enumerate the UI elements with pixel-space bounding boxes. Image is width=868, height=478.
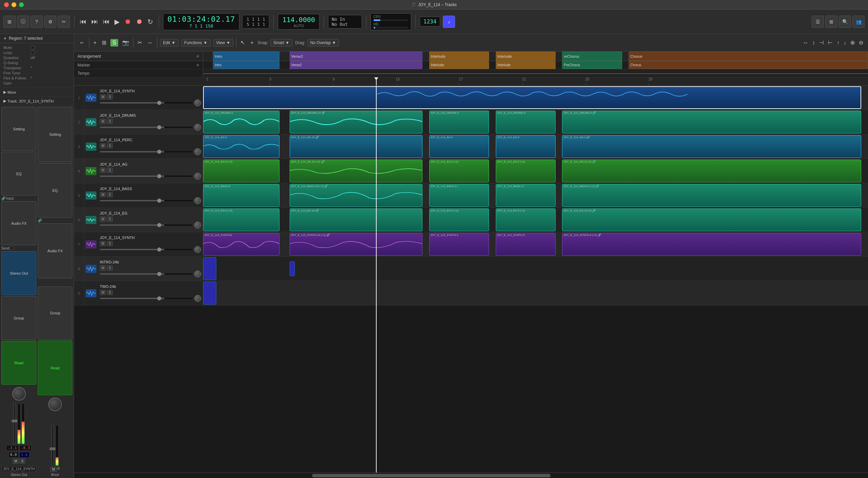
capture-btn[interactable]: 📷 [121, 39, 130, 47]
track-fader-2[interactable] [100, 127, 192, 128]
clip-6-4[interactable]: JOY_E_114_EG.5 (+2) [496, 208, 556, 231]
track-solo-4[interactable]: S [107, 168, 113, 173]
clip-3-5[interactable]: JOY_E_114_AG.9 🔗 [562, 135, 861, 158]
horizontal-scrollbar[interactable] [74, 473, 868, 478]
loop-checkbox[interactable] [31, 51, 35, 55]
track-solo-8[interactable]: S [107, 265, 113, 271]
track-fader-thumb-6[interactable] [157, 223, 161, 227]
edit-dropdown[interactable]: Edit ▼ [160, 39, 179, 47]
clip-8-1[interactable] [203, 257, 216, 280]
clip-6-5[interactable]: JOY_E_114_EG.9 (+2) 🔗 [562, 208, 861, 231]
clip-3-2[interactable]: JOY_E_114_AG.10 🔗 [290, 135, 423, 158]
fader-track-1[interactable] [13, 403, 16, 444]
clip-7-2[interactable]: JOY_E_114_SYNTH.10 (+2) 🔗 [290, 233, 423, 256]
region-expand-icon[interactable]: ▼ [3, 37, 7, 40]
clip-7-4[interactable]: JOY_E_114_SYNTH.5 [496, 233, 556, 256]
track-solo-5[interactable]: S [107, 192, 113, 197]
help-btn[interactable]: ? [31, 16, 43, 28]
track-knob-3[interactable] [194, 148, 201, 155]
track-knob-2[interactable] [194, 124, 201, 131]
track-fader-8[interactable] [100, 273, 192, 275]
track-mute-9[interactable]: M [100, 290, 106, 295]
clip-2-3[interactable]: JOY_E_114_DRUMS.3 [429, 111, 489, 133]
add-marker-btn[interactable]: + [196, 62, 199, 68]
arrow-btn[interactable]: ↔ [146, 39, 154, 47]
track-mute-1[interactable]: M [100, 94, 106, 99]
mute-checkbox[interactable] [31, 45, 35, 50]
arrangement-view-btn[interactable]: ⊞ [101, 39, 108, 47]
zoom-out-btn[interactable]: ⊖ [857, 39, 865, 47]
grid-view-btn[interactable]: ⊞ [825, 16, 837, 28]
list-view-btn[interactable]: ☰ [812, 16, 824, 28]
track-fader-5[interactable] [100, 200, 192, 201]
close-button[interactable] [4, 2, 9, 7]
track-knob-9[interactable] [194, 295, 201, 302]
scrollbar-thumb[interactable] [312, 474, 550, 477]
track-fader-thumb-4[interactable] [157, 174, 161, 178]
arrangement-intro[interactable]: Intro [213, 52, 279, 61]
clip-6-1[interactable]: JOY_E_114_EG.6 (+2) [203, 208, 279, 231]
info-btn[interactable]: ⓘ [17, 16, 29, 28]
snap-value[interactable]: Smart ▼ [270, 39, 292, 47]
track-solo-2[interactable]: S [107, 119, 113, 124]
track-solo-9[interactable]: S [107, 290, 113, 295]
track-knob-8[interactable] [194, 271, 201, 277]
zoom-height-btn[interactable]: ↕ [811, 39, 816, 47]
track-section[interactable]: ▶ Track: JOY_E_114_SYNTH [0, 97, 74, 106]
clip-7-3[interactable]: JOY_E_114_SYNTH.3 [429, 233, 489, 256]
track-knob-4[interactable] [194, 173, 201, 180]
zoom-fit-btn[interactable]: ↔ [801, 39, 810, 47]
track-fader-9[interactable] [100, 298, 192, 299]
clip-2-1[interactable]: JOY_E_114_DRUMS.6 [203, 111, 279, 133]
track-solo-7[interactable]: S [107, 241, 113, 246]
stereo-out-btn-1[interactable]: Stereo Out [1, 251, 36, 295]
play-button[interactable]: ▶ [113, 16, 121, 27]
track-fader-thumb-5[interactable] [157, 199, 161, 203]
track-fader-thumb-1[interactable] [157, 101, 161, 105]
clip-5-1[interactable]: JOY_E_114_BASS.6 [203, 184, 279, 207]
marker-verse2[interactable]: Verse2 [290, 61, 423, 69]
track-mute-4[interactable]: M [100, 168, 106, 173]
browser-btn[interactable]: ⊞ [3, 16, 16, 28]
track-mute-2[interactable]: M [100, 119, 106, 124]
track-mute-5[interactable]: M [100, 192, 106, 197]
clip-4-5[interactable]: JOY_E_114_AG.9 (+2) 🔗 [562, 160, 861, 182]
track-fader-4[interactable] [100, 176, 192, 177]
arrangement-chorus[interactable]: Chorus [629, 52, 868, 61]
arrangement-verse2[interactable]: Verse2 [290, 52, 423, 61]
track-fader-thumb-7[interactable] [157, 247, 161, 252]
track-fader-6[interactable] [100, 224, 192, 226]
fader-track-2[interactable] [51, 425, 54, 466]
clip-2-2[interactable]: JOY_E_114_DRUMS.10 🔗 [290, 111, 423, 133]
clip-5-4[interactable]: JOY_E_114_BASS.5 ( [496, 184, 556, 207]
marker-intro[interactable]: Intro [213, 61, 279, 69]
zoom-in-btn[interactable]: ⊕ [849, 39, 856, 47]
functions-dropdown[interactable]: Functions ▼ [181, 39, 211, 47]
cycle-button[interactable]: ↻ [146, 16, 155, 27]
scissors-btn[interactable]: ✂ [136, 39, 143, 47]
channel-knob-1[interactable] [12, 387, 26, 401]
read-btn-2[interactable]: Read [38, 341, 72, 396]
zoom-right-btn[interactable]: ⊢ [827, 39, 834, 47]
track-fader-thumb-9[interactable] [157, 296, 161, 300]
track-fader-1[interactable] [100, 102, 192, 104]
track-mute-8[interactable]: M [100, 265, 106, 271]
back-btn[interactable]: ↩ [77, 39, 86, 46]
edit-tools-btn[interactable]: ✂ [58, 16, 70, 28]
clip-2-5[interactable]: JOY_E_114_DRUMS.9 🔗 [562, 111, 861, 133]
clip-4-4[interactable]: JOY_E_114_AG.5 (+2) [496, 160, 556, 182]
marker-interlude-1[interactable]: Interlude [429, 61, 489, 69]
setting-btn-2[interactable]: Setting [38, 107, 72, 162]
arrangement-prechorus[interactable]: reChorus [562, 52, 622, 61]
track-solo-3[interactable]: S [107, 143, 113, 148]
clip-5-5[interactable]: JOY_E_114_BASS.9 (+2) 🔗 [562, 184, 861, 207]
more-section[interactable]: ▶ More [0, 88, 74, 97]
clip-7-1[interactable]: JOY_E_114_SYNTH.6 [203, 233, 279, 256]
rewind-button[interactable]: ⏮ [78, 16, 88, 27]
marker-interlude-2[interactable]: Interlude [496, 61, 556, 69]
clip-9-1[interactable] [203, 282, 216, 305]
add-tool-btn[interactable]: + [249, 39, 255, 47]
clip-3-4[interactable]: JOY_E_114_AG.5 [496, 135, 556, 158]
marker-prechorus[interactable]: PreChorus [562, 61, 622, 69]
maximize-button[interactable] [19, 2, 24, 7]
